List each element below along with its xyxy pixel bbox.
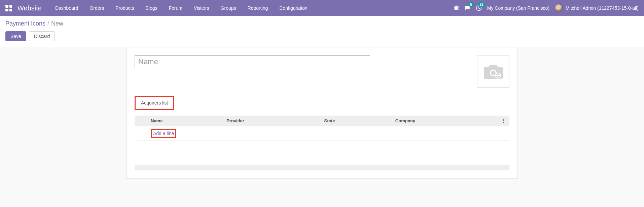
col-options[interactable] [497,116,509,126]
nav-forum[interactable]: Forum [163,3,187,13]
col-company[interactable]: Company [391,116,497,126]
messages-icon[interactable]: 5 [464,5,470,11]
table-row-add: Add a line [135,126,509,141]
discard-button[interactable]: Discard [29,31,55,41]
avatar [555,4,563,12]
nav-orders[interactable]: Orders [84,3,109,13]
messages-badge: 5 [468,2,474,7]
add-line-link[interactable]: Add a line [153,131,174,136]
form-sheet: Acquirers list Name Provider State Compa… [126,47,518,179]
nav-configuration[interactable]: Configuration [274,3,313,13]
tab-acquirers[interactable]: Acquirers list [136,97,173,109]
bug-icon[interactable] [454,5,459,11]
acquirers-table: Name Provider State Company [135,116,509,152]
activities-icon[interactable]: 22 [476,5,482,11]
image-placeholder[interactable] [477,55,509,88]
svg-point-2 [491,71,496,75]
nav-reporting[interactable]: Reporting [242,3,274,13]
apps-icon[interactable] [5,5,12,11]
company-selector[interactable]: My Company (San Francisco) [487,5,549,11]
form-top [135,55,509,88]
kebab-icon [501,119,505,123]
activities-badge: 22 [478,2,485,7]
brand-label[interactable]: Website [17,4,42,12]
action-buttons: Save Discard [5,31,639,41]
col-provider[interactable]: Provider [222,116,320,126]
breadcrumb-current: New [51,20,63,27]
top-nav: Website Dashboard Orders Products Blogs … [0,0,644,16]
nav-links: Dashboard Orders Products Blogs Forum Vi… [50,3,454,13]
nav-products[interactable]: Products [110,3,139,13]
sheet-wrap: Acquirers list Name Provider State Compa… [0,47,644,187]
nav-visitors[interactable]: Visitors [188,3,215,13]
user-name: Mitchell Admin (11227453-15-0-all) [566,5,639,11]
tabs: Acquirers list [135,96,509,110]
footer-strip [135,165,509,170]
nav-groups[interactable]: Groups [215,3,242,13]
breadcrumb-root[interactable]: Payment Icons [5,20,45,27]
col-handle [135,116,147,126]
nav-blogs[interactable]: Blogs [140,3,163,13]
user-menu[interactable]: Mitchell Admin (11227453-15-0-all) [555,4,639,12]
col-name[interactable]: Name [147,116,222,126]
save-button[interactable]: Save [5,31,26,41]
nav-dashboard[interactable]: Dashboard [50,3,84,13]
control-panel: Payment Icons / New Save Discard [0,16,644,47]
table-row-empty [135,141,509,152]
col-state[interactable]: State [320,116,391,126]
breadcrumb-separator: / [47,20,49,27]
nav-right: 5 22 My Company (San Francisco) Mitchell… [454,4,639,12]
name-input[interactable] [135,55,370,68]
table-header-row: Name Provider State Company [135,116,509,126]
breadcrumb: Payment Icons / New [5,20,639,27]
